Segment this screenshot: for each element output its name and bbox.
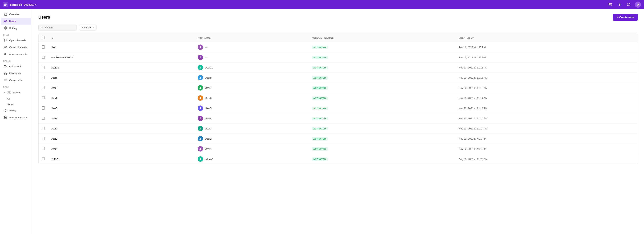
table-row[interactable]: User3User3ACTIVATEDNov 23, 2021 at 11:14…: [38, 124, 638, 134]
search-box[interactable]: [38, 24, 77, 30]
cell-created-on: Jan 14, 2022 at 1:35 PM: [456, 42, 638, 52]
sidebar-item-group-channels[interactable]: Group channels: [1, 44, 31, 51]
cell-nickname: User5: [194, 103, 308, 113]
sidebar-item-announcements[interactable]: Announcements: [1, 51, 31, 58]
tickets-icon: [7, 91, 11, 94]
table-row[interactable]: User2User2ACTIVATEDNov 22, 2021 at 4:21 …: [38, 134, 638, 144]
svg-point-40: [200, 158, 201, 159]
table-row[interactable]: User10User10ACTIVATEDNov 23, 2021 at 11:…: [38, 62, 638, 73]
table-row[interactable]: Use1—ACTIVATEDJan 14, 2022 at 1:35 PM: [38, 42, 638, 52]
cell-created-on: Nov 23, 2021 at 11:14 AM: [456, 93, 638, 103]
row-checkbox-cell[interactable]: [38, 83, 48, 93]
nickname-text: User2: [205, 137, 212, 140]
svg-rect-10: [4, 66, 6, 67]
sidebar-item-overview[interactable]: Overview: [1, 11, 31, 18]
table-row[interactable]: User6User6ACTIVATEDNov 23, 2021 at 11:14…: [38, 93, 638, 103]
svg-rect-14: [6, 74, 7, 74]
row-checkbox[interactable]: [42, 86, 45, 89]
search-icon: [41, 26, 43, 29]
table-row[interactable]: User4User4ACTIVATEDNov 23, 2021 at 11:14…: [38, 113, 638, 124]
select-all-checkbox-cell[interactable]: [38, 34, 48, 42]
main-content: Users + Create user All users ▾: [32, 9, 644, 234]
sidebar-item-assignment-logs[interactable]: Assignment logs: [1, 114, 31, 121]
sidebar-item-tickets[interactable]: ▶ Tickets: [1, 89, 31, 96]
row-checkbox[interactable]: [42, 66, 45, 69]
sidebar-item-views[interactable]: Views: [1, 107, 31, 114]
svg-point-29: [200, 46, 201, 47]
help-icon-button[interactable]: [626, 2, 632, 8]
table-row[interactable]: User7User7ACTIVATEDNov 23, 2021 at 11:15…: [38, 83, 638, 93]
cell-account-status: ACTIVATED: [308, 113, 456, 124]
svg-point-34: [200, 97, 201, 98]
table-header-row: ID Nickname Account status Created on: [38, 34, 638, 42]
row-checkbox[interactable]: [42, 106, 45, 110]
table-row[interactable]: User1User1ACTIVATEDNov 22, 2021 at 4:21 …: [38, 144, 638, 154]
create-user-button[interactable]: + Create user: [613, 14, 638, 21]
row-checkbox-cell[interactable]: [38, 52, 48, 62]
table-row[interactable]: sendbirdian-200720—ACTIVATEDJan 14, 2022…: [38, 52, 638, 62]
row-checkbox-cell[interactable]: [38, 144, 48, 154]
sidebar-item-direct-calls[interactable]: Direct calls: [1, 70, 31, 77]
row-checkbox[interactable]: [42, 56, 45, 59]
chevron-down-icon: ▾: [93, 26, 94, 28]
sidebar-item-open-channels[interactable]: Open channels: [1, 37, 31, 44]
app-name-selector[interactable]: example3 ▾: [24, 3, 36, 6]
col-account-status: Account status: [308, 34, 456, 42]
group-calls-icon: [4, 78, 7, 82]
row-checkbox-cell[interactable]: [38, 124, 48, 134]
status-badge: ACTIVATED: [312, 127, 328, 130]
topnav-actions: U: [607, 2, 641, 8]
row-checkbox-cell[interactable]: [38, 42, 48, 52]
row-checkbox[interactable]: [42, 96, 45, 99]
table-row[interactable]: User5User5ACTIVATEDNov 23, 2021 at 11:14…: [38, 103, 638, 113]
sidebar-item-group-calls[interactable]: Group calls: [1, 77, 31, 84]
nickname-text: —: [205, 46, 208, 49]
users-table: ID Nickname Account status Created on Us…: [38, 34, 638, 164]
cell-account-status: ACTIVATED: [308, 83, 456, 93]
sidebar-item-tickets-all[interactable]: All: [1, 96, 31, 102]
svg-point-36: [200, 118, 201, 118]
search-input[interactable]: [45, 26, 74, 29]
user-avatar[interactable]: U: [635, 2, 641, 8]
row-checkbox-cell[interactable]: [38, 62, 48, 73]
sidebar-item-calls-studio[interactable]: Calls studio: [1, 63, 31, 70]
row-checkbox-cell[interactable]: [38, 73, 48, 83]
sidebar-item-users[interactable]: Users: [1, 18, 31, 24]
sidebar-item-label: Assignment logs: [9, 116, 28, 119]
table-row[interactable]: User8User8ACTIVATEDNov 23, 2021 at 11:15…: [38, 73, 638, 83]
svg-point-25: [5, 110, 6, 111]
row-checkbox-cell[interactable]: [38, 93, 48, 103]
row-checkbox[interactable]: [42, 76, 45, 79]
cell-user-id: User1: [48, 144, 194, 154]
svg-rect-21: [8, 91, 9, 92]
mail-icon-button[interactable]: [607, 2, 613, 8]
filter-dropdown-button[interactable]: All users ▾: [79, 24, 96, 30]
cell-nickname: User4: [194, 113, 308, 124]
row-checkbox[interactable]: [42, 46, 45, 48]
status-badge: ACTIVATED: [312, 107, 328, 110]
nickname-text: —: [205, 56, 208, 59]
cell-nickname: User7: [194, 83, 308, 93]
row-checkbox-cell[interactable]: [38, 134, 48, 144]
row-checkbox[interactable]: [42, 147, 45, 150]
cell-user-id: User6: [48, 93, 194, 103]
table-row[interactable]: 914875adminAACTIVATEDAug 23, 2021 at 11:…: [38, 154, 638, 164]
select-all-checkbox[interactable]: [42, 36, 45, 39]
sidebar-item-label: Overview: [9, 13, 20, 16]
sidebar-item-tickets-yours[interactable]: Yours: [1, 102, 31, 107]
svg-point-31: [200, 66, 201, 68]
row-checkbox-cell[interactable]: [38, 154, 48, 164]
cell-created-on: Nov 23, 2021 at 11:14 AM: [456, 124, 638, 134]
row-checkbox[interactable]: [42, 127, 45, 130]
cell-user-id: User10: [48, 62, 194, 73]
avatar: [198, 116, 203, 121]
row-checkbox[interactable]: [42, 137, 45, 140]
gift-icon-button[interactable]: [616, 2, 622, 8]
row-checkbox-cell[interactable]: [38, 113, 48, 124]
sidebar-item-settings[interactable]: Settings: [1, 24, 31, 32]
row-checkbox[interactable]: [42, 157, 45, 160]
sendbird-logo: sendbird: [3, 2, 22, 7]
toolbar: All users ▾: [38, 24, 638, 30]
row-checkbox-cell[interactable]: [38, 103, 48, 113]
row-checkbox[interactable]: [42, 116, 45, 120]
